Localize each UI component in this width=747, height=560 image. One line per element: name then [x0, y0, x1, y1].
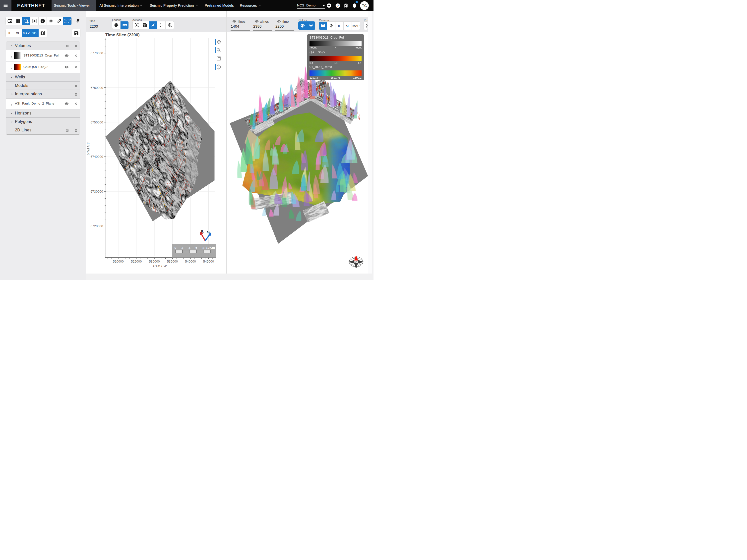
svg-text:4: 4	[188, 246, 190, 250]
svg-text:6750000: 6750000	[91, 121, 103, 124]
svg-text:525000: 525000	[131, 260, 142, 263]
svg-text:8: 8	[202, 246, 204, 250]
svg-text:545000: 545000	[203, 260, 214, 263]
svg-text:6720000: 6720000	[91, 224, 103, 228]
svg-text:0: 0	[217, 49, 219, 51]
svg-text:6770000: 6770000	[91, 51, 103, 55]
svg-text:XL: XL	[207, 230, 210, 234]
svg-text:0: 0	[175, 246, 177, 250]
svg-text:?: ?	[337, 4, 339, 7]
svg-text:6740000: 6740000	[91, 155, 103, 159]
svg-text:2: 2	[182, 246, 183, 250]
svg-text:6730000: 6730000	[91, 190, 103, 193]
svg-text:UTM EW: UTM EW	[153, 264, 167, 268]
svg-text:6: 6	[196, 246, 198, 250]
svg-text:IL: IL	[201, 230, 204, 233]
svg-text:540000: 540000	[185, 260, 196, 263]
svg-text:520000: 520000	[113, 260, 124, 263]
svg-text:10Km: 10Km	[206, 246, 215, 250]
svg-text:6760000: 6760000	[91, 86, 103, 89]
svg-text:530000: 530000	[149, 260, 160, 263]
svg-text:UTM NS: UTM NS	[86, 142, 90, 155]
svg-text:535000: 535000	[167, 260, 178, 263]
svg-text:Time Slice (2200): Time Slice (2200)	[105, 33, 140, 37]
